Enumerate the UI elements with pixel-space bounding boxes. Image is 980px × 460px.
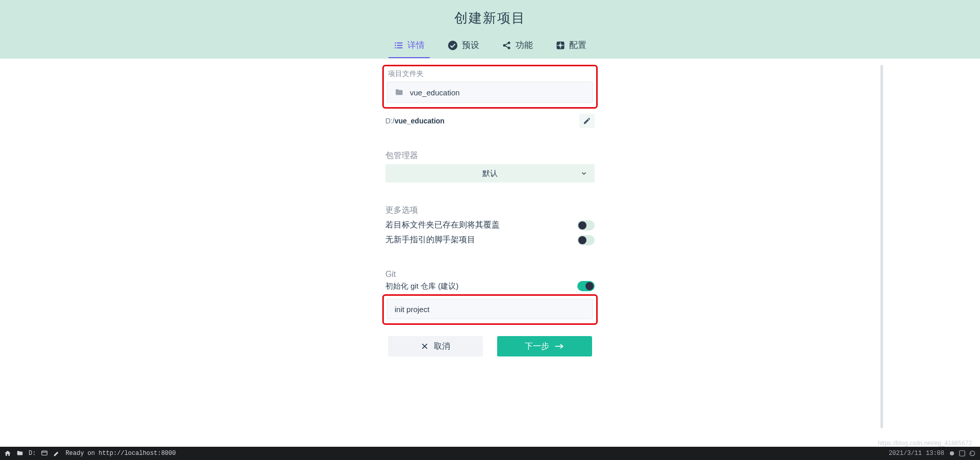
package-manager-value: 默认 bbox=[482, 169, 498, 178]
git-heading: Git bbox=[385, 270, 595, 279]
project-path: D:/vue_education bbox=[385, 117, 445, 125]
svg-point-13 bbox=[559, 44, 561, 46]
bare-toggle[interactable] bbox=[577, 235, 595, 245]
svg-rect-1 bbox=[397, 42, 403, 43]
content-scroll[interactable]: 项目文件夹 D:/vue_education 包管理器 默认 bbox=[0, 59, 980, 435]
tab-presets[interactable]: 预设 bbox=[445, 34, 481, 58]
git-commit-input-wrap bbox=[387, 299, 593, 319]
project-path-prefix: D:/ bbox=[385, 117, 395, 125]
git-commit-input[interactable] bbox=[395, 305, 585, 314]
overwrite-toggle[interactable] bbox=[577, 220, 595, 231]
svg-line-11 bbox=[505, 46, 508, 47]
settings-app-icon bbox=[555, 40, 566, 50]
git-init-label: 初始化 git 仓库 (建议) bbox=[385, 282, 458, 291]
git-init-toggle[interactable] bbox=[577, 281, 595, 291]
folder-icon bbox=[395, 88, 404, 97]
project-folder-input[interactable] bbox=[410, 88, 585, 97]
svg-rect-5 bbox=[397, 47, 403, 48]
close-icon bbox=[421, 342, 429, 350]
check-circle-icon bbox=[447, 40, 458, 51]
tab-config[interactable]: 配置 bbox=[553, 34, 589, 58]
tab-details[interactable]: 详情 bbox=[391, 34, 427, 58]
git-section: Git 初始化 git 仓库 (建议) bbox=[385, 270, 595, 325]
cancel-button-label: 取消 bbox=[434, 341, 450, 352]
bare-option-row: 无新手指引的脚手架项目 bbox=[385, 233, 595, 247]
svg-rect-2 bbox=[395, 44, 397, 45]
next-button-label: 下一步 bbox=[525, 341, 549, 352]
project-path-row: D:/vue_education bbox=[385, 114, 595, 128]
list-icon bbox=[394, 40, 404, 50]
package-manager-select[interactable]: 默认 bbox=[385, 164, 595, 183]
tab-label: 功能 bbox=[516, 39, 533, 51]
header: 创建新项目 详情 预设 功能 配置 bbox=[0, 0, 980, 59]
svg-line-10 bbox=[505, 43, 508, 45]
project-path-name: vue_education bbox=[395, 117, 445, 125]
annotation-box-git bbox=[382, 294, 598, 325]
edit-path-button[interactable] bbox=[579, 114, 595, 128]
svg-point-6 bbox=[448, 40, 457, 49]
svg-rect-3 bbox=[397, 44, 403, 45]
tab-label: 配置 bbox=[569, 39, 586, 51]
bare-option-label: 无新手指引的脚手架项目 bbox=[385, 235, 475, 245]
share-icon bbox=[502, 40, 512, 50]
arrow-right-icon bbox=[554, 343, 565, 350]
tab-features[interactable]: 功能 bbox=[500, 34, 535, 58]
tabs: 详情 预设 功能 配置 bbox=[0, 34, 980, 59]
annotation-box-folder: 项目文件夹 bbox=[382, 65, 598, 109]
project-folder-label: 项目文件夹 bbox=[388, 69, 593, 79]
page-title: 创建新项目 bbox=[0, 9, 980, 34]
cancel-button[interactable]: 取消 bbox=[388, 336, 483, 356]
chevron-down-icon bbox=[580, 170, 587, 177]
more-options-heading: 更多选项 bbox=[385, 205, 595, 216]
overwrite-option-label: 若目标文件夹已存在则将其覆盖 bbox=[385, 220, 500, 231]
form-content: 项目文件夹 D:/vue_education 包管理器 默认 bbox=[385, 65, 595, 356]
svg-rect-0 bbox=[395, 42, 397, 43]
tab-label: 预设 bbox=[462, 39, 479, 51]
overwrite-option-row: 若目标文件夹已存在则将其覆盖 bbox=[385, 218, 595, 233]
git-init-row: 初始化 git 仓库 (建议) bbox=[385, 281, 595, 291]
package-manager-label: 包管理器 bbox=[385, 150, 595, 161]
tab-label: 详情 bbox=[407, 39, 425, 51]
project-folder-input-wrap bbox=[387, 82, 593, 103]
button-row: 取消 下一步 bbox=[385, 336, 595, 356]
scrollbar[interactable] bbox=[880, 65, 883, 428]
svg-rect-4 bbox=[395, 47, 397, 48]
next-button[interactable]: 下一步 bbox=[497, 336, 592, 356]
